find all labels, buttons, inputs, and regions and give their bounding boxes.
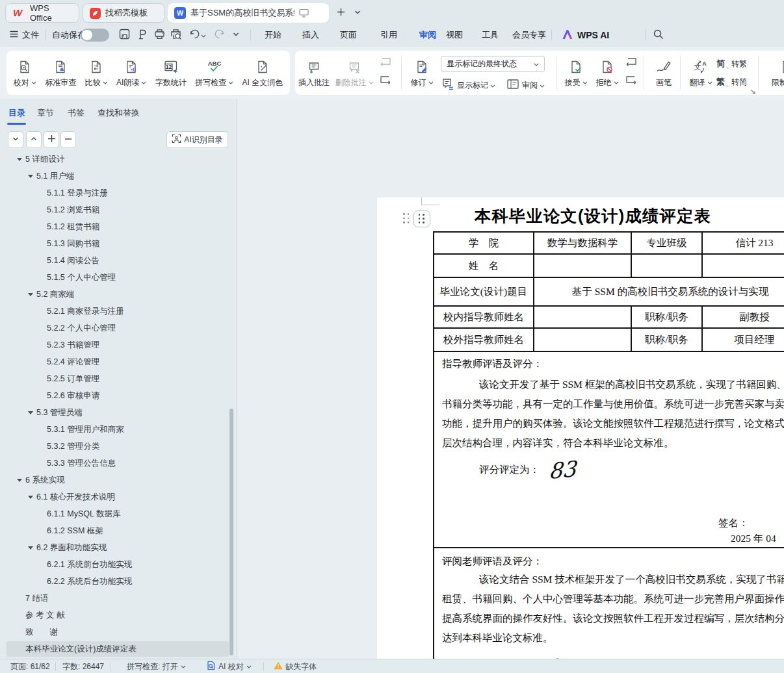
to-simplified-button[interactable]: 繁 转简 [716, 76, 747, 88]
expand-arrow-icon[interactable] [17, 479, 22, 482]
outline-item[interactable]: 5.1 用户端 [0, 168, 237, 184]
tab-list-button[interactable] [350, 5, 365, 21]
wps-ai-button[interactable]: WPS AI [562, 23, 609, 47]
track-changes-button[interactable]: 修订 [406, 51, 438, 95]
sidebar-tab-bookmark[interactable]: 书签 [68, 104, 85, 122]
expand-arrow-icon[interactable] [28, 175, 33, 178]
print-preview-button[interactable] [170, 29, 182, 41]
outline-item[interactable]: 6.2 界面和功能实现 [0, 539, 237, 556]
sidebar-tab-toc[interactable]: 目录 [8, 104, 25, 122]
outline-item[interactable]: 5.2.2 个人中心管理 [0, 320, 237, 336]
ai-read-button[interactable]: AI朗读 [116, 51, 146, 95]
ai-recognize-toc-button[interactable]: AI识别目录 [166, 131, 228, 148]
outline-item[interactable]: 5.1.2 浏览书籍 [0, 201, 237, 218]
sidebar-scrollbar[interactable] [229, 409, 233, 655]
menu-member[interactable]: 会员专享 [512, 23, 546, 47]
new-tab-button[interactable] [333, 5, 348, 21]
outline-item[interactable]: 6 系统实现 [0, 472, 237, 489]
outline-item[interactable]: 5.2 商家端 [0, 286, 237, 303]
outline-item[interactable]: 6.2.1 系统前台功能实现 [0, 556, 237, 573]
outline-item[interactable]: 5.2.5 订单管理 [0, 370, 237, 387]
expand-group-button[interactable] [750, 86, 756, 97]
outline-item[interactable]: 5.3 管理员端 [0, 404, 237, 421]
menu-view[interactable]: 视图 [446, 23, 463, 47]
outline-item[interactable]: 5.2.3 书籍管理 [0, 336, 237, 353]
table-drag-handle[interactable] [413, 210, 430, 227]
review-pane-button[interactable]: 审阅 [506, 77, 545, 94]
next-change-button[interactable] [624, 75, 638, 88]
tab-docer[interactable]: 找稻壳模板 [83, 3, 164, 23]
to-traditional-button[interactable]: 简 转繁 [716, 58, 747, 70]
expand-arrow-icon[interactable] [28, 496, 33, 499]
outline-item[interactable]: 参 考 文 献 [0, 607, 237, 624]
outline-item[interactable]: 致 谢 [0, 624, 237, 641]
expand-all-button[interactable] [26, 131, 42, 148]
word-count-button[interactable]: 12字数统计 [155, 51, 187, 95]
reject-button[interactable]: 拒绝 [592, 51, 623, 95]
ai-proof-status[interactable]: AI 校对 [206, 659, 252, 673]
outline-item[interactable]: 5.3.2 管理分类 [0, 438, 237, 455]
menu-start[interactable]: 开始 [265, 23, 281, 47]
undo-button[interactable] [189, 29, 200, 41]
show-markup-button[interactable]: 显示标记 [441, 77, 495, 94]
insert-comment-button[interactable]: 插入批注 [295, 51, 333, 95]
close-tab-icon[interactable] [313, 10, 320, 17]
previous-comment-button[interactable] [378, 57, 393, 70]
expand-arrow-icon[interactable] [28, 411, 33, 414]
document-page[interactable]: 本科毕业论文(设计)成绩评定表 学 院 数学与数据科学 专业班级 信计 213 … [377, 197, 784, 673]
compare-button[interactable]: 比较 [85, 51, 108, 95]
collapse-all-button[interactable] [8, 131, 23, 148]
menu-reference[interactable]: 引用 [380, 23, 397, 47]
sidebar-tab-find-replace[interactable]: 查找和替换 [98, 104, 140, 122]
brush-button[interactable]: 画笔 [647, 51, 680, 95]
outline-item[interactable]: 本科毕业论文(设计)成绩评定表 [0, 641, 237, 657]
monitor-icon[interactable] [299, 8, 309, 18]
restrict-edit-button[interactable]: 限制编辑 [762, 51, 784, 95]
outline-item[interactable]: 7 结语 [0, 590, 237, 607]
translate-button[interactable]: 文A 翻译 [684, 51, 718, 95]
previous-change-button[interactable] [624, 57, 638, 70]
outline-item[interactable]: 5.3.3 管理公告信息 [0, 455, 237, 472]
close-sidebar-button[interactable] [213, 107, 225, 118]
print-button[interactable] [153, 29, 165, 41]
menu-tools[interactable]: 工具 [482, 23, 499, 47]
tab-document[interactable]: W 基于SSM的高校旧书交易系统 [168, 3, 329, 23]
accept-button[interactable]: 接受 [560, 51, 592, 95]
outline-item[interactable]: 5.1.3 回购书籍 [0, 235, 237, 252]
expand-arrow-icon[interactable] [28, 546, 33, 550]
menu-page[interactable]: 页面 [340, 23, 357, 47]
outline-item[interactable]: 5.2.6 审核申请 [0, 387, 237, 404]
outline-item[interactable]: 6.1.2 SSM 框架 [0, 522, 237, 539]
outline-item[interactable]: 5.2.1 商家登录与注册 [0, 303, 237, 320]
outline-item[interactable]: 5.1.4 阅读公告 [0, 252, 237, 269]
menu-insert[interactable]: 插入 [302, 23, 319, 47]
delete-comment-button[interactable]: 删除批注 [333, 51, 376, 95]
redo-button[interactable] [213, 29, 225, 41]
menu-review[interactable]: 审阅 [419, 23, 436, 47]
export-pdf-button[interactable] [137, 29, 148, 41]
expand-arrow-icon[interactable] [17, 158, 22, 161]
next-comment-button[interactable] [378, 75, 393, 88]
spell-check-button[interactable]: ABC拼写检查 [195, 51, 233, 95]
save-button[interactable] [118, 29, 130, 41]
outline-item[interactable]: 6.1.1 MySQL 数据库 [0, 505, 237, 522]
standard-review-button[interactable]: 标准审查 [45, 51, 76, 95]
outline-item[interactable]: 6.2.2 系统后台功能实现 [0, 573, 237, 590]
outline-item[interactable]: 5.1.5 个人中心管理 [0, 269, 237, 286]
outline-item[interactable]: 5 详细设计 [0, 151, 237, 168]
autosave-toggle[interactable] [81, 29, 109, 42]
search-button[interactable] [653, 23, 664, 47]
tab-wps-home[interactable]: W WPS Office [5, 3, 79, 23]
file-menu[interactable]: 文件 [22, 23, 39, 47]
proofread-button[interactable]: 校对 [14, 51, 36, 95]
expand-arrow-icon[interactable] [28, 293, 33, 296]
outline-item[interactable]: 5.1.2 租赁书籍 [0, 218, 237, 235]
ai-polish-button[interactable]: AI 全文润色 [242, 51, 283, 95]
outline-item[interactable]: 5.3.1 管理用户和商家 [0, 421, 237, 438]
markup-state-select[interactable]: 显示标记的最终状态 [441, 56, 545, 72]
undo-dropdown[interactable] [200, 29, 207, 41]
zoom-out-outline-button[interactable] [60, 131, 76, 148]
missing-font-warning[interactable]: 缺失字体 [274, 659, 317, 673]
quick-access-dropdown[interactable] [230, 29, 242, 41]
outline-item[interactable]: 6.1 核心开发技术说明 [0, 489, 237, 505]
